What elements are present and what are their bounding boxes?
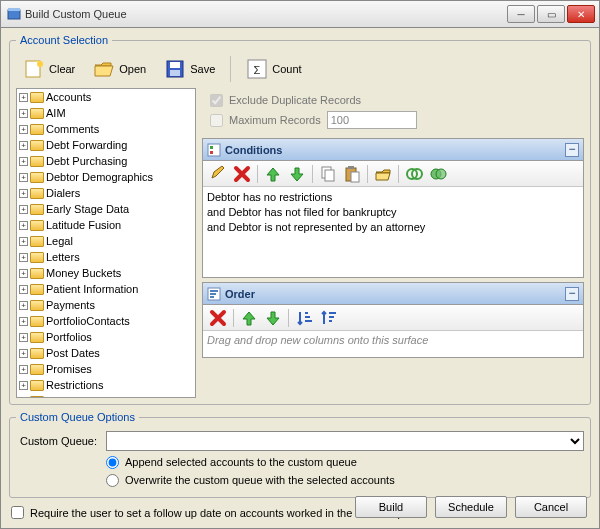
link-and-button[interactable] [403, 163, 425, 185]
expand-icon[interactable]: + [19, 317, 28, 326]
order-body[interactable]: Drag and drop new columns onto this surf… [203, 331, 583, 357]
tree-item[interactable]: +Comments [17, 121, 195, 137]
copy-button[interactable] [317, 163, 339, 185]
expand-icon[interactable]: + [19, 189, 28, 198]
expand-icon[interactable]: + [19, 237, 28, 246]
conditions-panel: Conditions − [202, 138, 584, 278]
expand-icon[interactable]: + [19, 381, 28, 390]
expand-icon[interactable]: + [19, 93, 28, 102]
append-radio[interactable] [106, 456, 119, 469]
max-records-input[interactable] [327, 111, 417, 129]
custom-queue-select[interactable] [106, 431, 584, 451]
count-button[interactable]: Σ Count [239, 54, 308, 84]
expand-icon[interactable]: + [19, 205, 28, 214]
condition-line[interactable]: Debtor has no restrictions [207, 190, 579, 205]
minimize-button[interactable]: ─ [507, 5, 535, 23]
build-button[interactable]: Build [355, 496, 427, 518]
open-button[interactable]: Open [86, 54, 153, 84]
tree-item-label: Payments [46, 299, 95, 311]
expand-icon[interactable]: + [19, 397, 28, 399]
tree-item-label: Debt Forwarding [46, 139, 127, 151]
tree-item[interactable]: +Legal [17, 233, 195, 249]
overwrite-radio-row[interactable]: Overwrite the custom queue with the sele… [106, 471, 584, 489]
expand-icon[interactable]: + [19, 365, 28, 374]
expand-icon[interactable]: + [19, 157, 28, 166]
overwrite-label: Overwrite the custom queue with the sele… [125, 474, 395, 486]
tree-item[interactable]: +Letters [17, 249, 195, 265]
expand-icon[interactable]: + [19, 141, 28, 150]
group-button[interactable] [372, 163, 394, 185]
tree-item[interactable]: +Accounts [17, 89, 195, 105]
tree-item-label: Services_IdInfo_Bankruptcy [46, 395, 183, 398]
tree-item[interactable]: +Patient Information [17, 281, 195, 297]
expand-icon[interactable]: + [19, 125, 28, 134]
svg-rect-14 [325, 170, 334, 181]
max-records-checkbox[interactable] [210, 114, 223, 127]
expand-icon[interactable]: + [19, 333, 28, 342]
move-up-button[interactable] [262, 163, 284, 185]
tree-item[interactable]: +AIM [17, 105, 195, 121]
conditions-collapse-button[interactable]: − [565, 143, 579, 157]
expand-icon[interactable]: + [19, 349, 28, 358]
tree-item[interactable]: +Dialers [17, 185, 195, 201]
cancel-button[interactable]: Cancel [515, 496, 587, 518]
paste-button[interactable] [341, 163, 363, 185]
tree-item-label: Latitude Fusion [46, 219, 121, 231]
save-button[interactable]: Save [157, 54, 222, 84]
folder-icon [30, 172, 44, 183]
maximize-button[interactable]: ▭ [537, 5, 565, 23]
delete-condition-button[interactable] [231, 163, 253, 185]
titlebar: Build Custom Queue ─ ▭ ✕ [0, 0, 600, 28]
order-collapse-button[interactable]: − [565, 287, 579, 301]
svg-point-21 [436, 169, 446, 179]
order-toolbar [203, 305, 583, 331]
record-options: Exclude Duplicate Records Maximum Record… [202, 88, 584, 134]
require-followup-checkbox[interactable] [11, 506, 24, 519]
exclude-duplicates-checkbox[interactable] [210, 94, 223, 107]
main-toolbar: Clear Open Save Σ Count [16, 52, 584, 88]
clear-button[interactable]: Clear [16, 54, 82, 84]
tree-item[interactable]: +Debt Forwarding [17, 137, 195, 153]
folder-icon [30, 300, 44, 311]
edit-condition-button[interactable] [207, 163, 229, 185]
tree-item[interactable]: +Latitude Fusion [17, 217, 195, 233]
condition-line[interactable]: and Debtor is not represented by an atto… [207, 220, 579, 235]
tree-item[interactable]: +Debt Purchasing [17, 153, 195, 169]
sort-desc-button[interactable] [317, 307, 339, 329]
expand-icon[interactable]: + [19, 269, 28, 278]
expand-icon[interactable]: + [19, 301, 28, 310]
append-radio-row[interactable]: Append selected accounts to the custom q… [106, 453, 584, 471]
tree-item[interactable]: +Portfolios [17, 329, 195, 345]
expand-icon[interactable]: + [19, 173, 28, 182]
order-delete-button[interactable] [207, 307, 229, 329]
tree-item-label: Dialers [46, 187, 80, 199]
tree-item[interactable]: +Debtor Demographics [17, 169, 195, 185]
tree-item[interactable]: +Services_IdInfo_Bankruptcy [17, 393, 195, 398]
sort-asc-button[interactable] [293, 307, 315, 329]
tree-item[interactable]: +Restrictions [17, 377, 195, 393]
order-down-button[interactable] [262, 307, 284, 329]
tree-item[interactable]: +Money Buckets [17, 265, 195, 281]
close-button[interactable]: ✕ [567, 5, 595, 23]
tree-item[interactable]: +Payments [17, 297, 195, 313]
tree-item[interactable]: +PortfolioContacts [17, 313, 195, 329]
condition-line[interactable]: and Debtor has not filed for bankruptcy [207, 205, 579, 220]
link-or-button[interactable] [427, 163, 449, 185]
overwrite-radio[interactable] [106, 474, 119, 487]
tree-item[interactable]: +Post Dates [17, 345, 195, 361]
expand-icon[interactable]: + [19, 221, 28, 230]
folder-icon [30, 268, 44, 279]
category-tree[interactable]: +Accounts+AIM+Comments+Debt Forwarding+D… [16, 88, 196, 398]
expand-icon[interactable]: + [19, 285, 28, 294]
tree-item-label: Debtor Demographics [46, 171, 153, 183]
move-down-button[interactable] [286, 163, 308, 185]
tree-item[interactable]: +Early Stage Data [17, 201, 195, 217]
expand-icon[interactable]: + [19, 109, 28, 118]
tree-item[interactable]: +Promises [17, 361, 195, 377]
expand-icon[interactable]: + [19, 253, 28, 262]
order-up-button[interactable] [238, 307, 260, 329]
svg-rect-10 [208, 144, 220, 156]
schedule-button[interactable]: Schedule [435, 496, 507, 518]
conditions-body[interactable]: Debtor has no restrictionsand Debtor has… [203, 187, 583, 277]
svg-rect-23 [210, 290, 218, 292]
